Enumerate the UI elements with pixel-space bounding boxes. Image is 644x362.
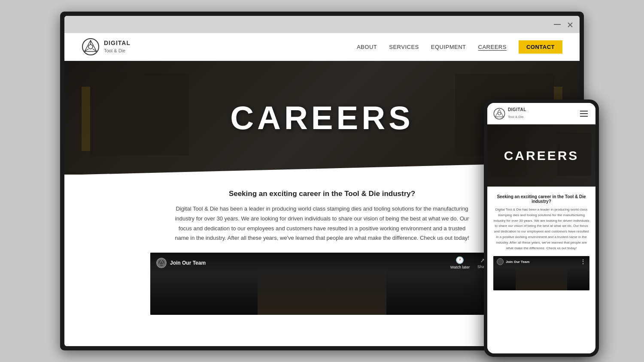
mobile-navigation: DIGITAL Tool & Die	[487, 103, 595, 124]
logo-main: DIGITAL	[104, 39, 131, 46]
hero-title: CAREERS	[230, 99, 414, 136]
video-header: Join Our Team 🕐 Watch later ↗ Share	[150, 253, 494, 273]
title-bar-controls	[554, 21, 573, 27]
hamburger-line-3	[580, 116, 588, 117]
video-title-area: Join Our Team	[156, 258, 206, 268]
nav-contact-button[interactable]: CONTACT	[519, 40, 562, 54]
svg-point-2	[88, 45, 93, 49]
watch-later-icon: 🕐	[456, 256, 464, 264]
mobile-content-heading: Seeking an exciting career in the Tool &…	[493, 194, 589, 204]
mobile-video-person	[516, 265, 567, 290]
logo-text: DIGITAL Tool & Die	[104, 39, 131, 54]
mobile-video-dots-icon[interactable]: ⋮	[580, 259, 586, 265]
mobile-logo: DIGITAL Tool & Die	[493, 107, 526, 120]
mobile-video-title-area: Join Our Team	[497, 258, 529, 265]
mobile-video-container[interactable]: Join Our Team ⋮	[493, 256, 589, 290]
outer-background: DIGITAL Tool & Die ABOUT SERVICES EQUIPM…	[0, 0, 644, 362]
hamburger-line-2	[580, 113, 588, 114]
svg-marker-10	[495, 109, 504, 117]
logo-sub: Tool & Die	[104, 48, 125, 53]
mobile-logo-sub: Tool & Die	[508, 115, 523, 119]
nav-equipment[interactable]: EQUIPMENT	[431, 44, 466, 50]
hamburger-menu[interactable]	[578, 109, 589, 118]
mobile-hero-title: CAREERS	[504, 148, 579, 163]
video-title-text: Join Our Team	[170, 260, 206, 266]
video-person-area	[258, 268, 386, 315]
monitor-frame: DIGITAL Tool & Die ABOUT SERVICES EQUIPM…	[60, 12, 584, 350]
mobile-logo-icon	[493, 108, 505, 120]
mobile-content-body: Digital Tool & Die has been a leader in …	[493, 207, 589, 251]
content-heading: Seeking an exciting career in the Tool &…	[229, 190, 415, 198]
nav-logo: DIGITAL Tool & Die	[82, 38, 131, 56]
nav-about[interactable]: ABOUT	[357, 44, 377, 50]
watch-later-label: Watch later	[450, 265, 470, 269]
watch-later-action[interactable]: 🕐 Watch later	[450, 256, 470, 269]
mobile-video-logo	[497, 258, 504, 265]
content-body: Digital Tool & Die has been a leader in …	[172, 204, 472, 243]
svg-point-9	[494, 108, 504, 119]
mobile-content: Seeking an exciting career in the Tool &…	[487, 187, 595, 353]
nav-careers[interactable]: CAREERS	[478, 44, 507, 50]
mobile-logo-text: DIGITAL Tool & Die	[508, 107, 526, 120]
video-actions: 🕐 Watch later ↗ Share	[450, 256, 488, 269]
hamburger-line-1	[580, 111, 588, 112]
video-channel-logo	[156, 258, 167, 268]
nav-services[interactable]: SERVICES	[389, 44, 419, 50]
title-bar	[64, 16, 580, 33]
mobile-hero-title-container: CAREERS	[487, 124, 595, 187]
svg-marker-8	[159, 260, 164, 265]
video-container[interactable]: Join Our Team 🕐 Watch later ↗ Share	[150, 253, 494, 315]
mobile-video-header: Join Our Team ⋮	[493, 256, 589, 267]
nav-links: ABOUT SERVICES EQUIPMENT CAREERS CONTACT	[357, 40, 562, 54]
logo-icon	[82, 38, 100, 56]
navigation: DIGITAL Tool & Die ABOUT SERVICES EQUIPM…	[64, 33, 580, 61]
minimize-button[interactable]	[554, 24, 561, 25]
mobile-hero: CAREERS	[487, 124, 595, 187]
mobile-video-title: Join Our Team	[506, 260, 529, 264]
svg-point-11	[498, 112, 501, 115]
mobile-logo-main: DIGITAL	[508, 107, 526, 112]
close-button[interactable]	[567, 21, 573, 27]
mobile-frame: DIGITAL Tool & Die	[484, 100, 599, 357]
mobile-inner: DIGITAL Tool & Die	[487, 103, 595, 353]
